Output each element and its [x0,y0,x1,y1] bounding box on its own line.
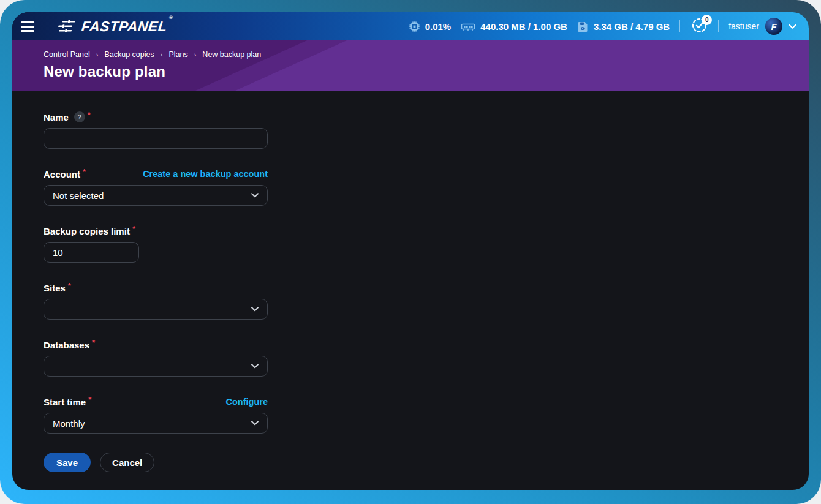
breadcrumb-control-panel[interactable]: Control Panel [44,50,90,59]
sites-field-group: Sites * [44,282,268,320]
limit-label: Backup copies limit [44,226,130,236]
databases-field-group: Databases * [44,339,268,377]
breadcrumb-separator: › [96,51,99,58]
name-input[interactable] [44,128,268,149]
required-asterisk: * [88,110,91,119]
new-backup-plan-form: Name ? * Account * Create a new backup a… [12,91,809,490]
account-select[interactable]: Not selected [44,185,268,206]
header-divider [718,20,719,32]
name-label: Name [44,112,69,122]
cpu-usage-value: 0.01% [425,21,452,32]
chevron-down-icon [251,190,259,201]
fastpanel-app: FASTPANEL® 0.01% [12,12,809,490]
disk-usage-stat: 3.34 GB / 4.79 GB [577,21,670,32]
sites-select[interactable] [44,299,268,320]
account-label: Account [44,169,80,179]
page-title: New backup plan [44,63,809,80]
account-select-value: Not selected [53,190,104,201]
hamburger-menu-icon[interactable] [21,17,40,36]
databases-label: Databases [44,340,89,350]
help-icon[interactable]: ? [74,111,85,122]
breadcrumb: Control Panel › Backup copies › Plans › … [44,50,809,59]
breadcrumb-separator: › [161,51,163,58]
breadcrumb-plans[interactable]: Plans [168,50,187,59]
save-button[interactable]: Save [44,453,91,472]
required-asterisk: * [68,281,71,290]
breadcrumb-separator: › [194,51,197,58]
page-banner: Control Panel › Backup copies › Plans › … [12,40,809,91]
sites-label: Sites [44,283,66,293]
ram-usage-value: 440.30 MB / 1.00 GB [480,21,567,32]
top-header: FASTPANEL® 0.01% [12,12,809,40]
configure-link[interactable]: Configure [226,397,268,407]
account-field-group: Account * Create a new backup account No… [44,168,268,206]
required-asterisk: * [83,167,86,176]
logo-text: FASTPANEL® [81,18,173,35]
cpu-icon [409,21,420,32]
create-backup-account-link[interactable]: Create a new backup account [143,169,268,179]
databases-select[interactable] [44,356,268,377]
header-status-area: 0.01% 440.30 MB / 1.00 GB [409,17,796,36]
ram-icon [461,21,475,32]
registered-mark: ® [169,15,173,20]
required-asterisk: * [88,395,91,404]
start-time-field-group: Start time * Configure Monthly [44,396,268,434]
chevron-down-icon [789,21,796,32]
user-avatar: F [765,18,782,35]
tasks-count-badge: 0 [702,15,712,25]
username-label: fastuser [728,21,759,31]
breadcrumb-backup-copies[interactable]: Backup copies [104,50,154,59]
backup-copies-limit-input[interactable] [44,242,139,263]
cpu-usage-stat: 0.01% [409,21,452,32]
start-time-select-value: Monthly [53,418,85,429]
name-field-group: Name ? * [44,111,268,149]
start-time-select[interactable]: Monthly [44,413,268,434]
user-menu[interactable]: fastuser F [728,18,796,35]
breadcrumb-current: New backup plan [202,50,261,59]
required-asterisk: * [132,224,135,233]
required-asterisk: * [92,338,95,347]
form-actions: Save Cancel [44,453,809,472]
fastpanel-logo[interactable]: FASTPANEL® [56,18,172,35]
cancel-button[interactable]: Cancel [100,453,154,472]
tasks-button[interactable]: 0 [690,17,708,36]
chevron-down-icon [251,304,259,315]
ram-usage-stat: 440.30 MB / 1.00 GB [461,21,567,32]
disk-usage-value: 3.34 GB / 4.79 GB [594,21,670,32]
header-divider [679,20,680,32]
chevron-down-icon [251,361,259,372]
disk-icon [577,21,589,32]
start-time-label: Start time [44,397,86,407]
chevron-down-icon [251,418,259,429]
limit-field-group: Backup copies limit * [44,225,268,263]
equalizer-icon [56,18,76,34]
